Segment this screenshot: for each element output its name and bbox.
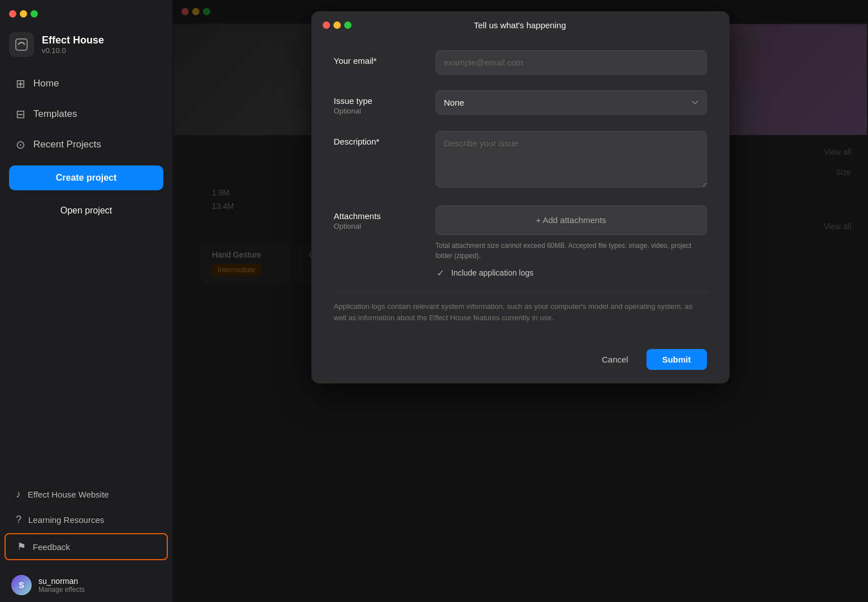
sidebar-item-label: Recent Projects	[33, 139, 101, 150]
traffic-lights	[9, 10, 38, 18]
traffic-light-yellow[interactable]	[20, 10, 27, 18]
avatar-initials: S	[19, 581, 24, 590]
help-icon: ?	[16, 514, 21, 526]
issue-type-label: Issue type	[334, 96, 424, 106]
recent-projects-icon: ⊙	[16, 138, 25, 151]
email-label: Your email*	[334, 56, 424, 66]
sidebar-item-label: Feedback	[33, 542, 70, 552]
modal-tl-green[interactable]	[344, 21, 351, 29]
app-logs-info: Application logs contain relevant system…	[334, 291, 707, 329]
attachment-add-label: + Add attachments	[536, 215, 606, 225]
attachments-optional: Optional	[334, 222, 424, 230]
sidebar-item-home[interactable]: ⊞ Home	[5, 69, 168, 98]
create-project-button[interactable]: Create project	[9, 165, 163, 190]
include-logs-row: ✓ Include application logs	[436, 268, 707, 278]
app-name-title: Effect House	[42, 34, 104, 46]
issue-type-label-col: Issue type Optional	[334, 90, 424, 115]
issue-type-select[interactable]: None Bug Feature Request Other	[436, 90, 707, 115]
email-field[interactable]	[436, 50, 707, 75]
email-control-col	[436, 50, 707, 75]
user-info: su_norman Manage effects	[38, 577, 85, 594]
modal-tl-red[interactable]	[323, 21, 330, 29]
traffic-light-green[interactable]	[31, 10, 38, 18]
submit-button[interactable]: Submit	[646, 349, 707, 370]
sidebar-item-label: Home	[33, 78, 59, 89]
app-brand: Effect House v0.10.0	[0, 23, 172, 68]
modal-body: Your email* Issue type Optional None	[311, 37, 730, 340]
attachments-label: Attachments	[334, 211, 424, 221]
description-form-row: Description*	[334, 123, 707, 198]
attachments-control-col: + Add attachments Total attachment size …	[436, 206, 707, 278]
email-label-col: Your email*	[334, 50, 424, 66]
app-name: Effect House v0.10.0	[42, 34, 104, 55]
templates-icon: ⊟	[16, 107, 25, 121]
sidebar-item-learning-resources[interactable]: ? Learning Resources	[5, 508, 168, 532]
sidebar-item-recent-projects[interactable]: ⊙ Recent Projects	[5, 130, 168, 159]
sidebar-item-label: Learning Resources	[28, 515, 104, 525]
feedback-icon: ⚑	[17, 540, 26, 553]
modal-titlebar: Tell us what's happening	[311, 11, 730, 37]
user-sub: Manage effects	[38, 586, 85, 594]
home-icon: ⊞	[16, 77, 25, 90]
modal-traffic-lights	[323, 21, 351, 29]
app-logo	[9, 32, 34, 57]
email-form-row: Your email*	[334, 42, 707, 82]
app-name-version: v0.10.0	[42, 46, 104, 55]
svg-rect-0	[16, 39, 27, 50]
attachment-info-text: Total attachment size cannot exceed 60MB…	[436, 241, 707, 261]
checkbox-icon[interactable]: ✓	[436, 268, 446, 278]
modal-title: Tell us what's happening	[356, 20, 684, 30]
modal-footer: Cancel Submit	[311, 340, 730, 383]
description-textarea[interactable]	[436, 131, 707, 187]
traffic-light-red[interactable]	[9, 10, 16, 18]
attachments-form-row: Attachments Optional + Add attachments T…	[334, 198, 707, 286]
sidebar-item-effect-house-website[interactable]: ♪ Effect House Website	[5, 482, 168, 507]
sidebar-bottom: ♪ Effect House Website ? Learning Resour…	[0, 477, 172, 566]
sidebar-item-feedback[interactable]: ⚑ Feedback	[5, 533, 168, 560]
user-profile[interactable]: S su_norman Manage effects	[0, 568, 172, 602]
description-label: Description*	[334, 137, 424, 146]
tiktok-icon: ♪	[16, 488, 21, 500]
sidebar: Effect House v0.10.0 ⊞ Home ⊟ Templates …	[0, 0, 172, 602]
issue-type-optional: Optional	[334, 107, 424, 115]
issue-type-control-col: None Bug Feature Request Other	[436, 90, 707, 115]
description-control-col	[436, 131, 707, 190]
issue-type-form-row: Issue type Optional None Bug Feature Req…	[334, 82, 707, 123]
feedback-modal: Tell us what's happening Your email*	[311, 11, 730, 383]
cancel-button[interactable]: Cancel	[591, 349, 640, 370]
description-label-col: Description*	[334, 131, 424, 146]
sidebar-item-label: Effect House Website	[28, 490, 109, 499]
include-logs-label: Include application logs	[452, 268, 534, 277]
sidebar-item-templates[interactable]: ⊟ Templates	[5, 100, 168, 128]
sidebar-titlebar	[0, 0, 172, 23]
main-content: View all Size 1.9M 13.4M View all Hand G…	[172, 0, 868, 602]
add-attachments-button[interactable]: + Add attachments	[436, 206, 707, 235]
modal-tl-yellow[interactable]	[333, 21, 341, 29]
user-name: su_norman	[38, 577, 85, 586]
sidebar-item-label: Templates	[33, 108, 77, 120]
avatar: S	[11, 575, 32, 595]
modal-overlay: Tell us what's happening Your email*	[172, 0, 868, 602]
open-project-button[interactable]: Open project	[9, 198, 163, 223]
attachments-label-col: Attachments Optional	[334, 206, 424, 230]
